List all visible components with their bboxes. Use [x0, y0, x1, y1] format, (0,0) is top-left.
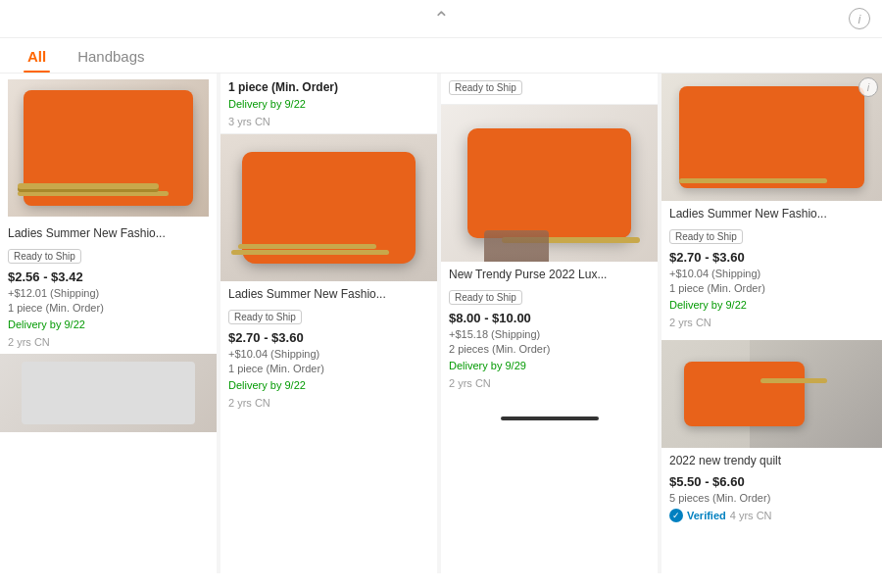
delivery-date: Delivery by 9/29 [449, 358, 650, 374]
product-title: New Trendy Purse 2022 Lux... [449, 268, 650, 283]
home-indicator [501, 416, 599, 420]
ready-to-ship-badge: Ready to Ship [228, 310, 302, 324]
seller-info: 2 yrs CN [669, 317, 874, 328]
min-order: 5 pieces (Min. Order) [669, 491, 874, 506]
product-column-1: Ladies Summer New Fashio... Ready to Shi… [0, 74, 220, 573]
price-range: $5.50 - $6.60 [669, 473, 874, 491]
price-range: $2.70 - $3.60 [669, 249, 874, 267]
delivery-top: Delivery by 9/22 [228, 96, 429, 113]
list-item[interactable]: Ladies Summer New Fashio... Ready to Shi… [220, 134, 437, 416]
price-range-top: 1 piece (Min. Order) [228, 79, 429, 96]
tab-handbags[interactable]: Handbags [62, 38, 160, 73]
product-info-icon[interactable]: i [858, 77, 878, 97]
list-item[interactable] [0, 354, 217, 432]
shipping-cost: +$10.04 (Shipping) [669, 267, 874, 281]
ready-to-ship-badge: Ready to Ship [8, 249, 81, 264]
product-title: Ladies Summer New Fashio... [228, 287, 429, 303]
min-order: 2 pieces (Min. Order) [449, 342, 650, 357]
min-order: 1 piece (Min. Order) [669, 281, 874, 296]
ready-to-ship-badge: Ready to Ship [449, 290, 522, 305]
ready-to-ship-badge: Ready to Ship [669, 229, 743, 244]
price-range: $2.70 - $3.60 [228, 329, 429, 347]
delivery-date: Delivery by 9/22 [669, 297, 874, 314]
list-item[interactable]: New Trendy Purse 2022 Lux... Ready to Sh… [441, 105, 658, 397]
seller-info: 2 yrs CN [8, 336, 209, 348]
tab-all[interactable]: All [12, 38, 62, 73]
info-icon[interactable]: i [849, 8, 870, 29]
product-column-2: 1 piece (Min. Order) Delivery by 9/22 3 … [220, 74, 441, 573]
category-tabs: All Handbags [0, 38, 882, 74]
product-title: Ladies Summer New Fashio... [8, 226, 209, 242]
product-title: 2022 new trendy quilt [669, 454, 874, 469]
price-range: $2.56 - $3.42 [8, 269, 209, 286]
nav-chevron-icon[interactable]: ⌃ [433, 7, 450, 30]
product-column-4: i Ladies Summer New Fashio... Ready to S… [662, 74, 882, 573]
verified-badge: Verified [687, 510, 726, 521]
ready-to-ship-badge-top: Ready to Ship [449, 80, 522, 95]
delivery-date: Delivery by 9/22 [8, 317, 209, 333]
shipping-cost: +$12.01 (Shipping) [8, 286, 209, 301]
list-item[interactable]: i Ladies Summer New Fashio... Ready to S… [662, 74, 882, 336]
min-order: 1 piece (Min. Order) [228, 362, 429, 376]
delivery-date: Delivery by 9/22 [228, 377, 429, 394]
product-grid: Ladies Summer New Fashio... Ready to Shi… [0, 74, 882, 573]
shipping-cost: +$10.04 (Shipping) [228, 347, 429, 362]
seller-info: 2 yrs CN [449, 377, 650, 389]
seller-info: 2 yrs CN [228, 397, 429, 409]
min-order: 1 piece (Min. Order) [8, 301, 209, 316]
product-column-3: Ready to Ship New Trendy Purse 2022 Lux.… [441, 74, 662, 573]
verified-icon: ✓ [669, 509, 683, 522]
seller-top: 3 yrs CN [228, 116, 429, 127]
list-item[interactable]: 2022 new trendy quilt $5.50 - $6.60 5 pi… [662, 340, 882, 530]
seller-info: 4 yrs CN [730, 510, 772, 521]
shipping-cost: +$15.18 (Shipping) [449, 327, 650, 342]
list-item[interactable] [0, 74, 217, 217]
top-navigation: ⌃ i [0, 0, 882, 38]
product-title: Ladies Summer New Fashio... [669, 207, 874, 222]
price-range: $8.00 - $10.00 [449, 310, 650, 327]
